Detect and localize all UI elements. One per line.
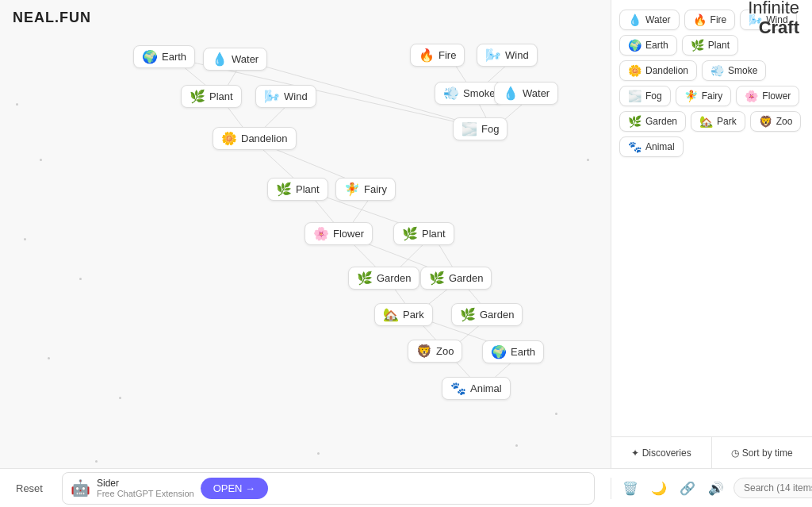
node-fog[interactable]: 🌫️Fog xyxy=(453,117,508,140)
node-wind2[interactable]: 🌬️Wind xyxy=(477,44,538,67)
node-label: Dandelion xyxy=(241,133,288,144)
node-fairy[interactable]: 🧚Fairy xyxy=(335,178,396,201)
node-garden1[interactable]: 🌿Garden xyxy=(348,267,419,290)
sidebar-item-dandelion[interactable]: 🌼Dandelion xyxy=(619,60,697,81)
node-emoji: 🌍 xyxy=(142,49,158,64)
sidebar-item-label: Plant xyxy=(708,40,730,51)
moon-button[interactable]: 🌙 xyxy=(648,478,670,499)
elements-sidebar: 💧Water🔥Fire🌬️Wind🌍Earth🌿Plant🌼Dandelion💨… xyxy=(611,0,812,468)
node-water1[interactable]: 💧Water xyxy=(203,48,267,71)
delete-button[interactable]: 🗑️ xyxy=(619,478,642,499)
node-garden3[interactable]: 🌿Garden xyxy=(451,303,523,326)
decorative-dot xyxy=(48,357,50,359)
sidebar-item-fairy[interactable]: 🧚Fairy xyxy=(676,86,732,106)
sidebar-item-smoke[interactable]: 💨Smoke xyxy=(702,60,766,81)
node-emoji: 🌫️ xyxy=(462,121,477,136)
bottom-left: Reset 🤖 Sider Free ChatGPT Extension OPE… xyxy=(0,472,611,505)
decorative-dot xyxy=(555,413,557,415)
node-label: Fire xyxy=(439,49,456,61)
node-plant3[interactable]: 🌿Plant xyxy=(393,222,454,245)
share-button[interactable]: 🔗 xyxy=(676,478,699,499)
node-emoji: 💨 xyxy=(443,86,459,101)
sidebar-item-emoji: 💨 xyxy=(710,64,724,77)
node-label: Garden xyxy=(480,309,514,321)
node-dandelion[interactable]: 🌼Dandelion xyxy=(213,127,297,150)
node-emoji: 🔥 xyxy=(419,48,435,63)
app-title: Infinite Craft xyxy=(748,0,799,37)
sidebar-item-zoo[interactable]: 🦁Zoo xyxy=(750,111,802,132)
node-garden2[interactable]: 🌿Garden xyxy=(420,267,492,290)
discoveries-button[interactable]: ✦ Discoveries xyxy=(611,437,712,468)
node-label: Garden xyxy=(377,272,411,284)
decorative-dot xyxy=(317,452,320,455)
node-park[interactable]: 🏡Park xyxy=(374,303,433,326)
decorative-dot xyxy=(587,159,589,161)
node-flower[interactable]: 🌸Flower xyxy=(304,222,373,245)
node-label: Flower xyxy=(333,228,364,240)
node-label: Wind xyxy=(505,49,529,61)
node-label: Zoo xyxy=(436,345,454,357)
ad-title: Sider xyxy=(97,478,194,489)
node-label: Fog xyxy=(481,123,499,135)
node-label: Wind xyxy=(284,90,308,102)
sidebar-item-label: Animal xyxy=(645,141,675,152)
node-emoji: 🌿 xyxy=(402,226,418,241)
node-label: Earth xyxy=(511,346,535,358)
node-label: Park xyxy=(403,309,424,321)
sidebar-item-animal[interactable]: 🐾Animal xyxy=(619,136,684,157)
node-zoo[interactable]: 🦁Zoo xyxy=(408,340,462,363)
sidebar-item-earth[interactable]: 🌍Earth xyxy=(619,35,677,56)
node-emoji: 🌿 xyxy=(460,307,476,322)
ad-text: Sider Free ChatGPT Extension xyxy=(97,478,194,498)
sidebar-item-emoji: 🦁 xyxy=(759,115,772,128)
decorative-dot xyxy=(119,397,121,399)
node-label: Animal xyxy=(470,382,502,394)
node-plant2[interactable]: 🌿Plant xyxy=(267,178,328,201)
search-input[interactable] xyxy=(733,478,812,498)
sidebar-item-label: Park xyxy=(717,116,737,127)
sidebar-item-emoji: 🌫️ xyxy=(628,90,642,102)
node-label: Plant xyxy=(209,90,233,102)
node-plant1[interactable]: 🌿Plant xyxy=(181,85,242,108)
node-fire1[interactable]: 🔥Fire xyxy=(410,44,465,67)
node-emoji: 🌿 xyxy=(357,271,373,286)
node-water2[interactable]: 💧Water xyxy=(494,82,558,105)
node-label: Smoke xyxy=(463,87,495,99)
node-wind1[interactable]: 🌬️Wind xyxy=(255,85,316,108)
craft-canvas[interactable]: 🌍Earth💧Water🌿Plant🌬️Wind🌼Dandelion🔥Fire🌬… xyxy=(0,0,611,468)
bottom-bar: Reset 🤖 Sider Free ChatGPT Extension OPE… xyxy=(0,468,812,507)
sidebar-item-label: Fairy xyxy=(702,90,723,102)
sound-button[interactable]: 🔊 xyxy=(705,478,727,499)
reset-button[interactable]: Reset xyxy=(10,479,49,497)
sidebar-item-plant[interactable]: 🌿Plant xyxy=(682,35,738,56)
sidebar-item-label: Garden xyxy=(645,116,677,127)
node-animal[interactable]: 🐾Animal xyxy=(442,377,511,400)
decorative-dot xyxy=(79,278,82,280)
sidebar-item-label: Dandelion xyxy=(645,65,688,76)
app-logo: NEAL.FUN xyxy=(13,10,91,26)
sidebar-bottom-bar: ✦ Discoveries ◷ Sort by time xyxy=(611,436,812,468)
node-earth2[interactable]: 🌍Earth xyxy=(482,340,544,363)
sidebar-item-fog[interactable]: 🌫️Fog xyxy=(619,86,671,106)
node-emoji: 🌍 xyxy=(491,344,507,359)
sidebar-item-label: Fog xyxy=(645,90,662,102)
node-label: Water xyxy=(232,53,259,65)
node-label: Fairy xyxy=(364,183,387,195)
node-emoji: 🌸 xyxy=(313,226,329,241)
sidebar-item-label: Earth xyxy=(645,40,668,51)
sort-button[interactable]: ◷ Sort by time xyxy=(712,437,812,468)
decorative-dot xyxy=(515,444,518,447)
node-earth1[interactable]: 🌍Earth xyxy=(133,45,195,68)
decorative-dot xyxy=(40,159,42,161)
sidebar-item-park[interactable]: 🏡Park xyxy=(691,111,745,132)
sidebar-item-label: Zoo xyxy=(776,116,793,127)
node-emoji: 🦁 xyxy=(416,344,432,359)
sidebar-item-emoji: 🧚 xyxy=(684,90,698,102)
sidebar-item-emoji: 🏡 xyxy=(699,115,713,128)
sidebar-item-emoji: 🌍 xyxy=(628,39,642,52)
sidebar-item-garden[interactable]: 🌿Garden xyxy=(619,111,686,132)
open-button[interactable]: OPEN → xyxy=(201,478,268,499)
sidebar-item-emoji: 🌼 xyxy=(628,64,642,77)
sidebar-item-flower[interactable]: 🌸Flower xyxy=(736,86,799,106)
ad-icon: 🤖 xyxy=(71,478,90,497)
